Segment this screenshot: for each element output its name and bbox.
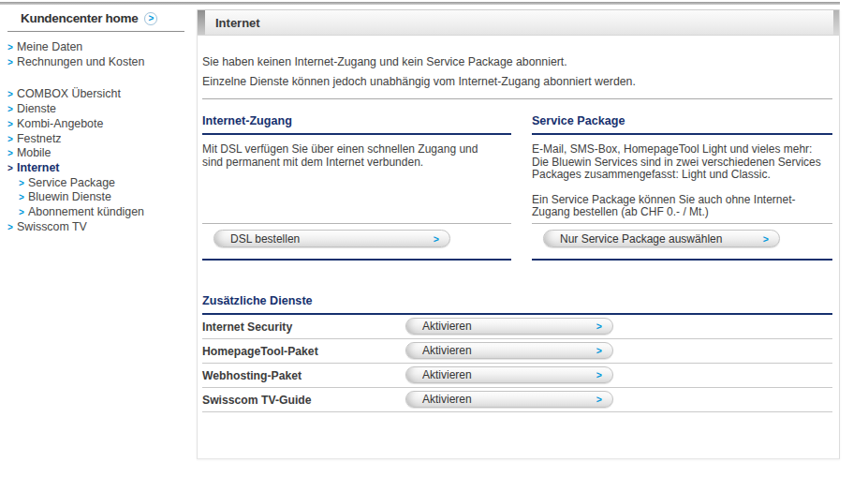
button-label: Aktivieren <box>406 344 472 357</box>
sidebar-item-rechnungen-und-kosten[interactable]: > Rechnungen und Kosten <box>7 55 187 70</box>
sidebar-home-link[interactable]: Kundencenter home > <box>7 11 187 25</box>
paragraph: E-Mail, SMS-Box, HomepageTool Light und … <box>532 143 824 182</box>
sidebar-item-kombi-angebote[interactable]: > Kombi-Angebote <box>7 117 187 132</box>
sidebar-item-label: Abonnement kündigen <box>28 205 144 220</box>
sidebar-item-label: Kombi-Angebote <box>17 117 103 132</box>
nur-service-package-auswaehlen-button[interactable]: Nur Service Package auswählen > <box>543 230 780 247</box>
chevron-right-icon: > <box>763 233 769 245</box>
internet-zugang-section: Internet-Zugang Mit DSL verfügen Sie übe… <box>202 114 511 261</box>
sidebar-item-label: Bluewin Dienste <box>28 190 111 205</box>
sidebar-item-label: Swisscom TV <box>17 220 87 235</box>
intro-text: Sie haben keinen Internet-Zugang und kei… <box>202 52 832 92</box>
intro-line-2: Einzelne Dienste können jedoch unabhängi… <box>202 72 832 92</box>
sidebar-item-label: Dienste <box>17 102 56 117</box>
sidebar-item-festnetz[interactable]: > Festnetz <box>7 132 187 147</box>
panel-header: Internet <box>198 9 839 36</box>
aktivieren-webhosting-paket-button[interactable]: Aktivieren > <box>405 366 613 383</box>
chevron-right-icon: > <box>7 161 17 176</box>
chevron-right-icon: > <box>7 132 17 147</box>
sidebar-item-dienste[interactable]: > Dienste <box>7 102 187 117</box>
sidebar-item-label: Service Package <box>28 176 115 191</box>
chevron-right-icon: > <box>596 345 602 356</box>
intro-line-1: Sie haben keinen Internet-Zugang und kei… <box>202 52 832 72</box>
sidebar-item-swisscom-tv[interactable]: > Swisscom TV <box>7 220 187 235</box>
sidebar-item-combox-uebersicht[interactable]: > COMBOX Übersicht <box>7 87 187 102</box>
dsl-bestellen-button[interactable]: DSL bestellen > <box>213 230 450 247</box>
chevron-right-icon: > <box>7 102 17 117</box>
paragraph: Ein Service Package können Sie auch ohne… <box>532 194 824 219</box>
sidebar-item-meine-daten[interactable]: > Meine Daten <box>7 40 187 55</box>
aktivieren-homepagetool-paket-button[interactable]: Aktivieren > <box>405 342 613 359</box>
sidebar-item-label: Meine Daten <box>17 40 82 55</box>
sidebar-subitem-bluewin-dienste[interactable]: > Bluewin Dienste <box>7 190 187 205</box>
button-label: Aktivieren <box>406 320 472 333</box>
service-row-internet-security: Internet Security Aktivieren > <box>202 315 832 339</box>
page-title: Internet <box>215 16 260 30</box>
chevron-right-icon: > <box>434 233 439 245</box>
sidebar-item-label: Festnetz <box>17 132 62 147</box>
zusaetzliche-dienste-section: Zusätzliche Dienste Internet Security Ak… <box>202 294 832 412</box>
chevron-right-icon: > <box>7 220 17 235</box>
chevron-right-icon: > <box>7 146 17 161</box>
sidebar-home-label: Kundencenter home <box>21 11 138 25</box>
service-label: Webhosting-Paket <box>202 369 302 382</box>
section-bottom-rule <box>202 259 511 261</box>
sidebar-divider <box>7 31 184 32</box>
service-label: Internet Security <box>202 320 292 334</box>
chevron-right-icon: > <box>19 190 28 205</box>
sidebar-subitem-abonnement-kuendigen[interactable]: > Abonnement kündigen <box>7 205 187 220</box>
service-label: HomepageTool-Paket <box>202 345 318 358</box>
chevron-right-icon: > <box>19 176 28 191</box>
content-panel: Internet Sie haben keinen Internet-Zugan… <box>197 9 840 459</box>
panel-body: Sie haben keinen Internet-Zugang und kei… <box>198 52 839 412</box>
aktivieren-internet-security-button[interactable]: Aktivieren > <box>405 318 613 335</box>
internet-zugang-text: Mit DSL verfügen Sie über einen schnelle… <box>202 135 511 223</box>
intro-divider <box>202 98 832 99</box>
sidebar-item-label: Internet <box>17 161 59 176</box>
service-package-heading: Service Package <box>532 114 832 135</box>
button-label: Aktivieren <box>406 368 472 381</box>
chevron-right-icon: > <box>19 205 28 220</box>
service-package-text: E-Mail, SMS-Box, HomepageTool Light und … <box>532 135 832 223</box>
paragraph: Mit DSL verfügen Sie über einen schnelle… <box>202 143 494 169</box>
zusaetzliche-dienste-heading: Zusätzliche Dienste <box>202 294 832 315</box>
top-divider-strip <box>0 2 840 5</box>
button-row: Nur Service Package auswählen > <box>532 224 832 259</box>
chevron-right-icon: > <box>596 394 602 405</box>
chevron-right-icon: > <box>7 40 17 55</box>
service-package-section: Service Package E-Mail, SMS-Box, Homepag… <box>532 114 832 261</box>
chevron-right-icon: > <box>7 117 17 132</box>
sidebar-item-label: Rechnungen und Kosten <box>17 55 144 70</box>
button-row: DSL bestellen > <box>202 224 511 259</box>
button-label: Aktivieren <box>406 393 472 406</box>
service-row-homepagetool-paket: HomepageTool-Paket Aktivieren > <box>202 339 832 364</box>
home-arrow-circle-icon[interactable]: > <box>144 12 157 25</box>
internet-zugang-heading: Internet-Zugang <box>202 114 511 135</box>
chevron-right-icon: > <box>596 369 602 380</box>
sidebar: Kundencenter home > > Meine Daten > Rech… <box>7 11 187 234</box>
offer-columns: Internet-Zugang Mit DSL verfügen Sie übe… <box>202 114 832 261</box>
sidebar-item-internet[interactable]: > Internet <box>7 161 187 176</box>
sidebar-subitem-service-package[interactable]: > Service Package <box>7 176 187 191</box>
sidebar-item-label: Mobile <box>17 146 51 161</box>
service-row-swisscom-tv-guide: Swisscom TV-Guide Aktivieren > <box>202 388 832 412</box>
service-row-webhosting-paket: Webhosting-Paket Aktivieren > <box>202 364 832 388</box>
aktivieren-swisscom-tv-guide-button[interactable]: Aktivieren > <box>405 391 613 408</box>
sidebar-nav: > Meine Daten > Rechnungen und Kosten > … <box>7 40 187 234</box>
chevron-right-icon: > <box>7 87 17 102</box>
sidebar-item-label: COMBOX Übersicht <box>17 87 121 102</box>
chevron-right-icon: > <box>596 320 602 332</box>
sidebar-item-mobile[interactable]: > Mobile <box>7 146 187 161</box>
button-label: Nur Service Package auswählen <box>544 232 722 246</box>
button-label: DSL bestellen <box>214 232 300 246</box>
chevron-right-icon: > <box>7 55 17 70</box>
service-label: Swisscom TV-Guide <box>202 394 312 407</box>
section-bottom-rule <box>532 259 832 261</box>
